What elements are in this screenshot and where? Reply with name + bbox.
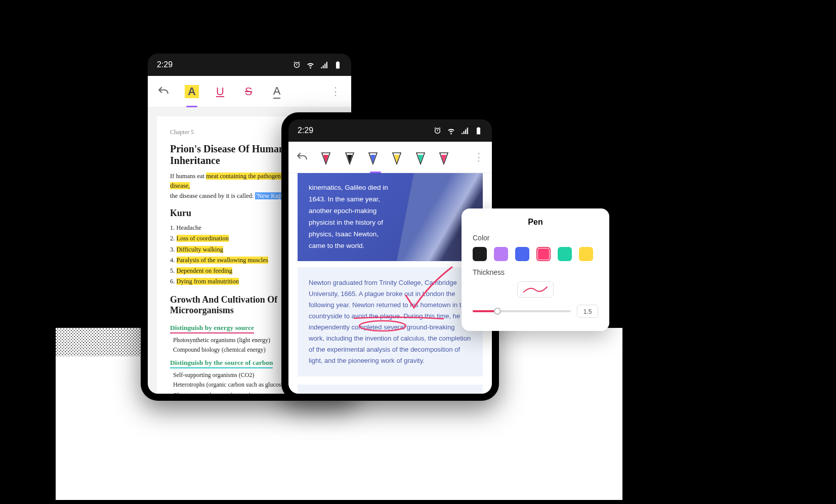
strikethrough-tool[interactable]: S xyxy=(240,81,257,102)
underline-tool[interactable]: U xyxy=(212,81,229,102)
alarm-icon xyxy=(292,61,301,69)
hero-text: kinematics, Galileo died in 1643. In the… xyxy=(309,182,395,252)
more-menu-icon[interactable]: ⋮ xyxy=(327,81,344,102)
color-swatch-pink[interactable] xyxy=(536,247,551,261)
pen-toolbar: ⋮ xyxy=(288,142,492,173)
pen-pink[interactable] xyxy=(438,147,450,168)
pen-teal[interactable] xyxy=(414,147,427,168)
popup-title: Pen xyxy=(473,218,598,227)
undo-button[interactable] xyxy=(296,147,309,168)
color-swatch-black[interactable] xyxy=(473,247,487,261)
signal-icon xyxy=(461,127,469,135)
wifi-icon xyxy=(447,127,455,135)
battery-icon xyxy=(333,61,342,69)
faded-paragraph: These studies laid the foundation for th… xyxy=(298,385,483,401)
alarm-icon xyxy=(433,127,442,135)
hero-block: kinematics, Galileo died in 1643. In the… xyxy=(298,173,483,261)
pen-yellow[interactable] xyxy=(391,147,403,168)
highlight-tool[interactable]: A xyxy=(183,81,200,102)
battery-icon xyxy=(474,127,483,135)
thickness-label: Thickness xyxy=(473,268,598,276)
thickness-value[interactable]: 1.5 xyxy=(577,305,598,318)
pen-black[interactable] xyxy=(344,147,356,168)
thickness-slider[interactable] xyxy=(473,310,571,312)
color-swatches xyxy=(473,247,598,261)
text-format-toolbar: A U S A ⋮ xyxy=(148,76,351,107)
status-time: 2:29 xyxy=(157,60,173,69)
color-swatch-blue[interactable] xyxy=(515,247,529,261)
status-bar: 2:29 xyxy=(288,119,492,142)
pen-blue[interactable] xyxy=(367,147,380,168)
paragraph-block: Newton graduated from Trinity College, C… xyxy=(298,267,483,377)
slider-thumb[interactable] xyxy=(494,308,501,315)
color-swatch-purple[interactable] xyxy=(494,247,508,261)
status-time: 2:29 xyxy=(298,126,313,135)
squiggle-tool[interactable]: A xyxy=(268,81,285,102)
status-bar: 2:29 xyxy=(148,54,351,76)
undo-button[interactable] xyxy=(155,81,172,102)
signal-icon xyxy=(320,61,328,69)
color-swatch-teal[interactable] xyxy=(558,247,572,261)
status-icons xyxy=(433,127,483,135)
color-label: Color xyxy=(473,234,598,242)
pen-red[interactable] xyxy=(320,147,332,168)
status-icons xyxy=(292,61,342,69)
dist-energy-heading: Distinguish by energy source xyxy=(170,324,254,333)
wifi-icon xyxy=(306,61,315,69)
pen-settings-popup: Pen Color Thickness 1.5 xyxy=(462,208,609,331)
more-menu-icon[interactable]: ⋮ xyxy=(472,147,485,168)
thickness-preview xyxy=(517,281,554,298)
dist-carbon-heading: Distinguish by the source of carbon xyxy=(170,359,273,368)
color-swatch-yellow[interactable] xyxy=(579,247,593,261)
